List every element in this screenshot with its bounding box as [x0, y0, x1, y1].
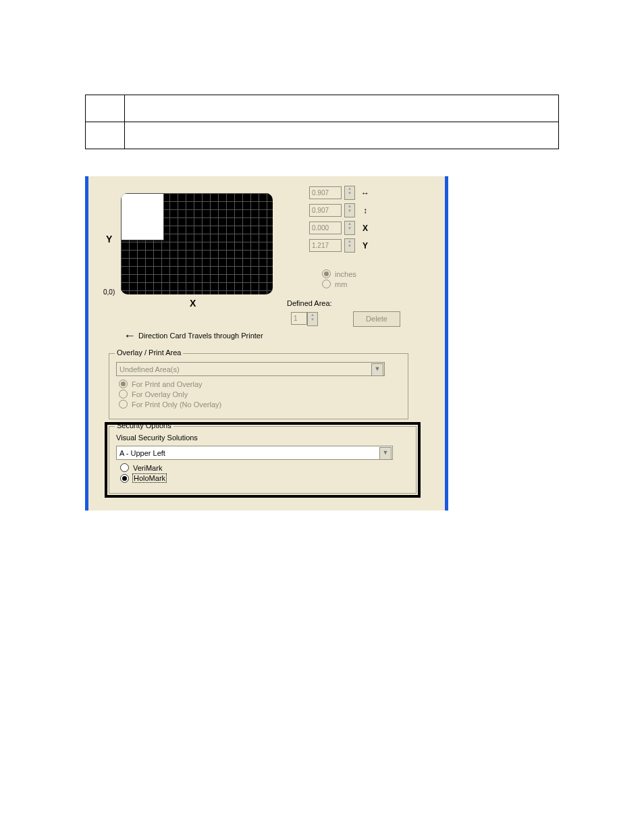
document-page: Y 0,0) X ▲▼ ↔ ▲▼ ↕ [0, 0, 644, 834]
spinner-height: ▲▼ ↕ [309, 203, 390, 217]
chevron-down-icon: ▼ [379, 447, 392, 460]
direction-note: ← Direction Card Travels through Printer [124, 332, 263, 340]
y-icon: Y [359, 241, 371, 251]
radio-icon [119, 390, 128, 398]
card-grid [121, 193, 273, 294]
defined-area-row: ▲▼ Delete [291, 311, 400, 327]
spinner-y: ▲▼ Y [309, 238, 390, 253]
security-options-group: Security Options Visual Security Solutio… [109, 426, 417, 494]
height-input[interactable] [309, 204, 342, 217]
security-opt-verimark[interactable]: VeriMark [120, 463, 167, 472]
units-inches-option[interactable]: inches [322, 269, 356, 278]
security-dropdown-value: A - Upper Left [119, 449, 165, 457]
overlay-opt-print-and-overlay[interactable]: For Print and Overlay [119, 380, 221, 388]
radio-icon [119, 380, 128, 388]
arrow-left-icon: ← [124, 332, 136, 340]
defined-area-spinner-buttons[interactable]: ▲▼ [307, 312, 318, 326]
axis-y-label: Y [106, 234, 112, 244]
security-opt-holomark[interactable]: HoloMark [120, 473, 167, 483]
height-icon: ↕ [359, 206, 371, 215]
axis-origin-label: 0,0) [103, 288, 115, 296]
security-subtitle: Visual Security Solutions [116, 434, 198, 442]
width-input[interactable] [309, 186, 342, 199]
doc-table [85, 95, 559, 149]
x-icon: X [359, 224, 371, 233]
width-spinner-buttons[interactable]: ▲▼ [344, 186, 355, 200]
height-spinner-buttons[interactable]: ▲▼ [344, 203, 355, 217]
overlay-dropdown-value: Undefined Area(s) [119, 365, 180, 373]
card-preview [121, 193, 273, 301]
security-type-radios: VeriMark HoloMark [120, 463, 167, 484]
security-group-legend: Security Options [115, 421, 173, 429]
overlay-opt3-label: For Print Only (No Overlay) [132, 400, 221, 409]
radio-icon [119, 400, 128, 409]
table-cell [125, 95, 559, 122]
security-location-dropdown[interactable]: A - Upper Left ▼ [116, 446, 393, 460]
holomark-label: HoloMark [132, 473, 167, 483]
defined-area-input[interactable] [291, 312, 307, 325]
radio-icon [120, 463, 129, 472]
window-border-right [445, 176, 448, 511]
x-spinner-buttons[interactable]: ▲▼ [344, 221, 355, 235]
table-row [86, 95, 559, 122]
overlay-opt-overlay-only[interactable]: For Overlay Only [119, 390, 221, 398]
x-input[interactable] [309, 221, 342, 234]
table-cell [125, 122, 559, 149]
delete-button[interactable]: Delete [353, 311, 400, 327]
table-row [86, 122, 559, 149]
width-icon: ↔ [359, 188, 371, 198]
chevron-down-icon: ▼ [371, 363, 383, 376]
overlay-opt1-label: For Print and Overlay [132, 380, 203, 388]
radio-icon [322, 269, 331, 278]
defined-area-rect [121, 193, 164, 240]
overlay-area-dropdown[interactable]: Undefined Area(s) ▼ [116, 362, 385, 376]
dialog-panel: Y 0,0) X ▲▼ ↔ ▲▼ ↕ [88, 176, 445, 511]
direction-text: Direction Card Travels through Printer [138, 332, 263, 340]
overlay-print-area-group: Overlay / Print Area Undefined Area(s) ▼… [109, 353, 408, 419]
overlay-opt2-label: For Overlay Only [132, 390, 188, 398]
spinner-x: ▲▼ X [309, 221, 390, 235]
units-mm-label: mm [335, 280, 347, 288]
dimension-spinners: ▲▼ ↔ ▲▼ ↕ ▲▼ X ▲▼ Y [309, 186, 390, 256]
table-cell [86, 122, 125, 149]
y-input[interactable] [309, 239, 342, 252]
screenshot-container: Y 0,0) X ▲▼ ↔ ▲▼ ↕ [85, 176, 448, 511]
y-spinner-buttons[interactable]: ▲▼ [344, 238, 355, 253]
defined-area-label: Defined Area: [287, 299, 332, 307]
verimark-label: VeriMark [133, 464, 162, 472]
spinner-width: ▲▼ ↔ [309, 186, 390, 200]
overlay-mode-radios: For Print and Overlay For Overlay Only F… [119, 380, 221, 410]
units-radio-group: inches mm [322, 269, 356, 290]
radio-icon [322, 280, 331, 288]
units-mm-option[interactable]: mm [322, 280, 356, 288]
radio-icon [120, 474, 129, 483]
overlay-group-legend: Overlay / Print Area [115, 348, 183, 357]
overlay-opt-print-only[interactable]: For Print Only (No Overlay) [119, 400, 221, 409]
table-cell [86, 95, 125, 122]
units-inches-label: inches [335, 270, 356, 278]
